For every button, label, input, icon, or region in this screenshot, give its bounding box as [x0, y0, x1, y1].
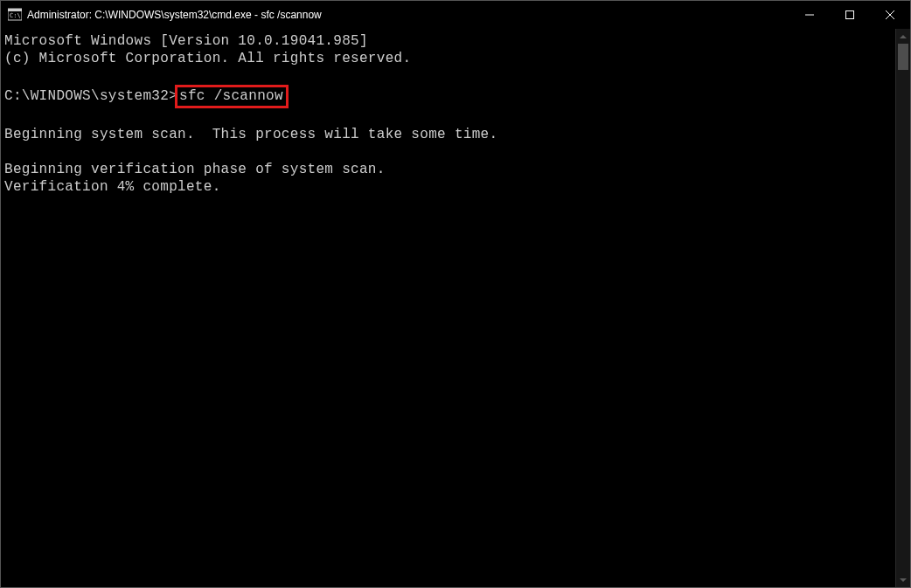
- command-text: sfc /scannow: [179, 88, 283, 104]
- blank-line: [4, 108, 892, 126]
- scroll-down-arrow[interactable]: [896, 572, 910, 587]
- scroll-thumb[interactable]: [898, 44, 908, 70]
- verify-phase-line: Beginning verification phase of system s…: [4, 161, 892, 178]
- svg-rect-4: [846, 11, 854, 19]
- terminal-output[interactable]: Microsoft Windows [Version 10.0.19041.98…: [1, 29, 895, 587]
- maximize-button[interactable]: [830, 1, 870, 29]
- vertical-scrollbar[interactable]: [895, 29, 910, 587]
- svg-text:C:\: C:\: [10, 12, 21, 19]
- terminal-area: Microsoft Windows [Version 10.0.19041.98…: [1, 29, 910, 587]
- verify-progress-line: Verification 4% complete.: [4, 178, 892, 196]
- window-title: Administrator: C:\WINDOWS\system32\cmd.e…: [27, 9, 322, 21]
- prompt-line: C:\WINDOWS\system32>sfc /scannow: [4, 85, 892, 108]
- scan-begin-line: Beginning system scan. This process will…: [4, 126, 892, 143]
- cmd-icon: C:\: [8, 8, 22, 22]
- cmd-window: C:\ Administrator: C:\WINDOWS\system32\c…: [0, 0, 911, 588]
- scroll-up-arrow[interactable]: [896, 29, 910, 44]
- close-button[interactable]: [870, 1, 910, 29]
- scroll-track[interactable]: [896, 44, 910, 572]
- minimize-button[interactable]: [789, 1, 830, 29]
- blank-line: [4, 67, 892, 85]
- blank-line: [4, 143, 892, 161]
- command-highlight: sfc /scannow: [175, 85, 289, 108]
- prompt-text: C:\WINDOWS\system32>: [4, 88, 177, 104]
- svg-rect-1: [8, 9, 22, 11]
- title-left: C:\ Administrator: C:\WINDOWS\system32\c…: [1, 8, 322, 22]
- version-line: Microsoft Windows [Version 10.0.19041.98…: [4, 32, 892, 50]
- svg-marker-8: [900, 578, 907, 582]
- svg-marker-7: [900, 35, 907, 38]
- title-bar[interactable]: C:\ Administrator: C:\WINDOWS\system32\c…: [1, 1, 910, 29]
- copyright-line: (c) Microsoft Corporation. All rights re…: [4, 50, 892, 67]
- window-controls: [789, 1, 910, 29]
